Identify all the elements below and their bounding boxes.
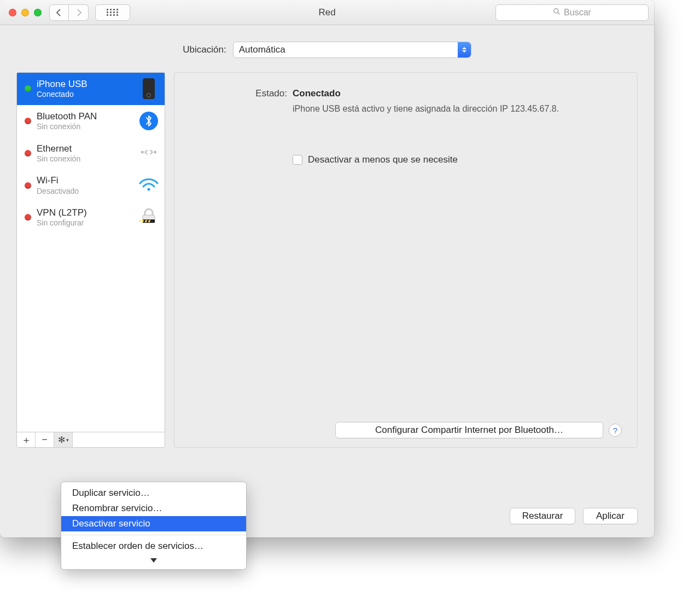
service-status: Conectado: [37, 90, 133, 100]
select-stepper-icon: [458, 42, 471, 57]
lock-icon: [138, 207, 159, 228]
config-row: Configurar Compartir Internet por Blueto…: [190, 422, 622, 438]
search-placeholder: Buscar: [564, 8, 591, 18]
menu-separator: [61, 535, 246, 535]
disable-unless-needed-label: Desactivar a menos que se necesite: [308, 154, 458, 165]
disable-unless-needed-row: Desactivar a menos que se necesite: [293, 154, 622, 165]
service-name: VPN (L2TP): [37, 207, 133, 218]
service-name: Bluetooth PAN: [37, 111, 133, 122]
traffic-lights: [9, 9, 42, 16]
svg-point-2: [141, 150, 144, 153]
service-text: iPhone USBConectado: [37, 78, 133, 100]
titlebar: Red Buscar: [0, 0, 654, 25]
status-dot-icon: [25, 150, 31, 157]
detail-bottom: Configurar Compartir Internet por Blueto…: [190, 422, 622, 438]
status-dot-icon: [25, 182, 31, 189]
status-description: iPhone USB está activo y tiene asignada …: [293, 102, 577, 115]
service-item-wi-fi[interactable]: Wi-FiDesactivado: [17, 169, 165, 201]
sidebar-footer: ＋ − ✻▾: [17, 432, 165, 447]
service-status: Sin configurar: [37, 218, 133, 228]
gear-icon: ✻▾: [58, 435, 69, 445]
service-status: Sin conexión: [37, 122, 133, 132]
location-value: Automática: [239, 44, 285, 55]
status-dot-icon: [25, 118, 31, 124]
service-item-bluetooth-pan[interactable]: Bluetooth PANSin conexión: [17, 105, 165, 137]
svg-point-0: [554, 8, 558, 13]
status-dot-icon: [25, 85, 31, 92]
service-item-vpn-l2tp-[interactable]: VPN (L2TP)Sin configurar: [17, 201, 165, 234]
menu-item-1[interactable]: Renombrar servicio…: [61, 501, 246, 516]
status-value: Conectado: [293, 88, 341, 99]
service-name: Wi-Fi: [37, 175, 133, 186]
back-button[interactable]: [49, 4, 69, 21]
service-name: Ethernet: [37, 143, 133, 154]
svg-rect-8: [139, 220, 141, 222]
grid-icon: [107, 9, 119, 16]
service-name: iPhone USB: [37, 78, 133, 90]
svg-point-4: [147, 188, 150, 190]
search-input[interactable]: Buscar: [495, 4, 649, 21]
service-text: VPN (L2TP)Sin configurar: [37, 207, 133, 228]
service-status: Desactivado: [37, 187, 133, 196]
status-row: Estado: Conectado: [190, 88, 622, 99]
service-item-ethernet[interactable]: EthernetSin conexión: [17, 137, 165, 170]
menu-item-set-order[interactable]: Establecer orden de servicios…: [61, 539, 246, 554]
status-label: Estado:: [190, 88, 287, 99]
search-wrap: Buscar: [495, 4, 649, 21]
wifi-icon: [138, 177, 159, 194]
ethernet-icon: [138, 145, 159, 161]
svg-point-3: [154, 150, 156, 153]
apply-button[interactable]: Aplicar: [583, 508, 638, 524]
service-status: Sin conexión: [37, 154, 133, 164]
help-button[interactable]: ?: [609, 424, 622, 437]
menu-item-0[interactable]: Duplicar servicio…: [61, 485, 246, 501]
minimize-icon[interactable]: [21, 9, 29, 16]
close-icon[interactable]: [9, 9, 16, 16]
chevron-down-icon: [150, 558, 157, 563]
revert-button[interactable]: Restaurar: [510, 508, 575, 524]
gear-menu-button[interactable]: ✻▾: [54, 432, 73, 447]
zoom-icon[interactable]: [34, 9, 42, 16]
svg-line-1: [558, 12, 560, 14]
show-all-button[interactable]: [95, 4, 130, 21]
content: iPhone USBConectadoBluetooth PANSin cone…: [16, 72, 638, 448]
network-preferences-window: Red Buscar Ubicación: Automática: [0, 0, 654, 537]
remove-service-button[interactable]: −: [36, 432, 54, 447]
service-item-iphone-usb[interactable]: iPhone USBConectado: [17, 73, 165, 105]
service-list: iPhone USBConectadoBluetooth PANSin cone…: [17, 73, 165, 432]
detail-panel: Estado: Conectado iPhone USB está activo…: [174, 72, 638, 448]
menu-item-2[interactable]: Desactivar servicio: [61, 516, 246, 531]
nav-segmented: [49, 4, 89, 21]
service-text: EthernetSin conexión: [37, 143, 133, 164]
gear-popup-menu: Duplicar servicio…Renombrar servicio…Des…: [61, 482, 247, 570]
location-label: Ubicación:: [183, 44, 226, 55]
status-dot-icon: [25, 214, 31, 221]
location-select[interactable]: Automática: [233, 42, 471, 58]
configure-bluetooth-share-button[interactable]: Configurar Compartir Internet por Blueto…: [335, 422, 603, 438]
forward-button[interactable]: [69, 4, 89, 21]
menu-more-indicator[interactable]: [61, 554, 246, 566]
service-text: Wi-FiDesactivado: [37, 175, 133, 196]
phone-icon: [138, 78, 159, 99]
service-sidebar: iPhone USBConectadoBluetooth PANSin cone…: [16, 72, 165, 448]
service-text: Bluetooth PANSin conexión: [37, 111, 133, 132]
disable-unless-needed-checkbox[interactable]: [293, 155, 302, 165]
add-service-button[interactable]: ＋: [17, 432, 36, 447]
location-row: Ubicación: Automática: [16, 42, 638, 58]
window-body: Ubicación: Automática iPhone USBConectad…: [0, 25, 654, 537]
search-icon: [553, 8, 561, 18]
bluetooth-icon: [138, 112, 159, 130]
